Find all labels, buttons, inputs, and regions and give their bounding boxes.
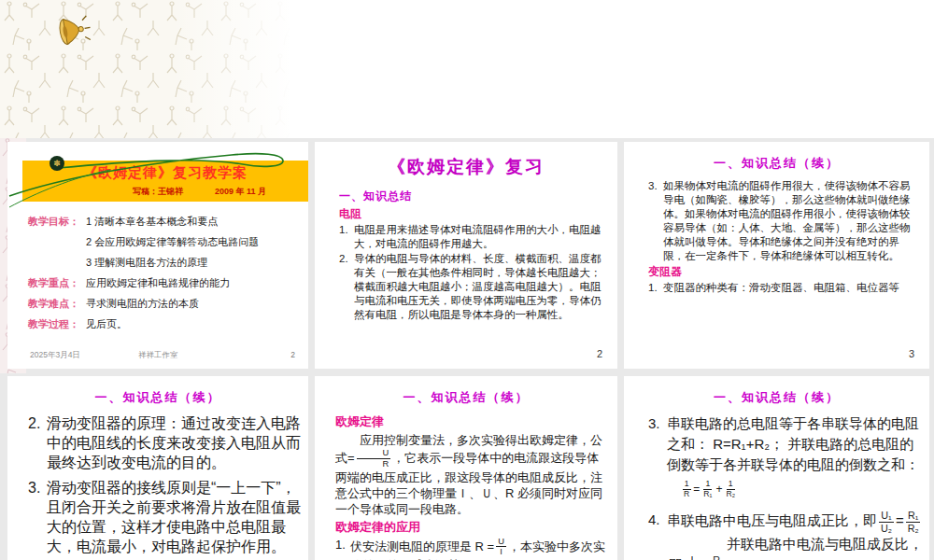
fraction-u-over-i: UI (496, 537, 506, 558)
item-text-continued: 并联电路中电流与电阻成反比， (727, 534, 924, 554)
slide-page-number: 3 (909, 348, 914, 359)
item-text: 伏安法测电阻的原理是 R =UI，本实验中多次实验的目的是减小误差。 (350, 537, 610, 560)
item-number: 4. (648, 510, 667, 560)
pattern-fade-overlay (0, 0, 310, 138)
item-text: 电阻是用来描述导体对电流阻碍作用的大小，电阻越大，对电流的阻碍作用越大。 (354, 223, 606, 251)
list-item: 1. 伏安法测电阻的原理是 R =UI，本实验中多次实验的目的是减小误差。 (335, 537, 610, 560)
ohms-law-paragraph: 应用控制变量法，多次实验得出欧姆定律，公式=UR，它表示一段导体中的电流跟这段导… (335, 432, 608, 517)
item-number: 3. (648, 179, 663, 263)
slide-5-thumbnail: 一、知识总结（续） 欧姆定律 应用控制变量法，多次实验得出欧姆定律，公式=UR，… (315, 376, 617, 560)
outline-label: 教学过程： (28, 314, 86, 334)
top-decor-band (0, 0, 934, 138)
item-text: 变阻器的种类有：滑动变阻器、电阻箱、电位器等 (663, 281, 918, 295)
slide-page-number: 2 (597, 348, 602, 359)
list-item: 2. 滑动变阻器的原理：通过改变连入电路中的电阻线的长度来改变接入电阻从而最终达… (28, 413, 301, 472)
slide-title: 一、知识总结（续） (631, 389, 922, 406)
footer-date: 2025年3月4日 (30, 350, 80, 361)
outline-line: 应用欧姆定律和电路规律的能力 (86, 273, 230, 293)
doodle-pattern-background (0, 0, 310, 138)
topic-heading: 电阻 (339, 206, 617, 222)
slide-title: 一、知识总结（续） (631, 155, 922, 172)
outline-line: 2 会应用欧姆定律等解答动态电路问题 (86, 231, 259, 252)
outline-label: 教学重点： (28, 273, 86, 293)
outline-row: 教学目标： 1 清晰本章各基本概念和要点 2 会应用欧姆定律等解答动态电路问题 … (28, 211, 301, 273)
outline-line: 寻求测电阻的方法的本质 (86, 293, 199, 314)
resistance-ratio-fraction: R₁R₂ (906, 510, 921, 534)
byline-date: 2009 年 11 月 (215, 186, 266, 198)
item-number: 2. (339, 252, 354, 322)
footer-studio: 祥祥工作室 (138, 350, 178, 361)
item-number: 1. (648, 281, 663, 295)
outline-label: 教学目标： (28, 211, 86, 231)
item-number: 1. (339, 223, 354, 251)
topic-heading: 欧姆定律的应用 (335, 519, 617, 536)
item-text: 串联电路中电压与电阻成正比，即U₁U₂=R₁R₂ 并联电路中电流与电阻成反比， … (667, 510, 924, 560)
list-item: 1. 变阻器的种类有：滑动变阻器、电阻箱、电位器等 (648, 281, 918, 295)
list-item: 3. 滑动变阻器的接线原则是“一上一下”，且闭合开关之前要求将滑片放在阻值最大的… (28, 478, 301, 556)
section-heading: 一、知识总结 (339, 189, 617, 204)
medallion-ornament-icon: ✽ (50, 156, 64, 171)
outline-line: 3 理解测电阻各方法的原理 (86, 252, 259, 273)
outline-row: 教学难点： 寻求测电阻的方法的本质 (28, 293, 301, 314)
outline-row: 教学重点： 应用欧姆定律和电路规律的能力 (28, 273, 301, 293)
current-ratio-line: 即 I₁I₂=R₂R₁ (669, 554, 924, 560)
list-item: 3. 串联电路的总电阻等于各串联导体的电阻之和： R=R₁+R₂； 并联电路的总… (648, 413, 924, 509)
outline-row: 教学过程： 见后页。 (28, 314, 301, 334)
lesson-plan-outline: 教学目标： 1 清晰本章各基本概念和要点 2 会应用欧姆定律等解答动态电路问题 … (28, 211, 301, 334)
slide-2-thumbnail: 《欧姆定律》复习 一、知识总结 电阻 1. 电阻是用来描述导体对电流阻碍作用的大… (315, 142, 617, 369)
item-number: 3. (28, 478, 47, 556)
slide-title: 一、知识总结（续） (322, 389, 610, 406)
outline-label: 教学难点： (28, 293, 86, 314)
slide-footer: 2025年3月4日 祥祥工作室 2 (7, 350, 308, 363)
list-item: 4. 串联电路中电压与电阻成正比，即U₁U₂=R₁R₂ 并联电路中电流与电阻成反… (648, 510, 924, 560)
topic-heading: 欧姆定律 (335, 413, 617, 430)
parallel-resistance-formula: 1R=1R₁+1R₂ (680, 479, 924, 499)
current-ratio-fraction: I₁I₂ (688, 554, 699, 560)
list-item: 1. 电阻是用来描述导体对电流阻碍作用的大小，电阻越大，对电流的阻碍作用越大。 (339, 223, 606, 251)
item-text: 滑动变阻器的接线原则是“一上一下”，且闭合开关之前要求将滑片放在阻值最大的位置，… (47, 478, 301, 556)
outline-line: 1 清晰本章各基本概念和要点 (86, 211, 259, 231)
item-text: 串联电路的总电阻等于各串联导体的电阻之和： R=R₁+R₂； 并联电路的总电阻的… (667, 413, 924, 509)
item-number: 3. (648, 413, 667, 509)
item-text: 滑动变阻器的原理：通过改变连入电路中的电阻线的长度来改变接入电阻从而最终达到改变… (47, 413, 301, 472)
speaker-horn-icon[interactable] (54, 11, 92, 54)
presentation-title: 《欧姆定律》复习教学案 (22, 164, 308, 182)
slide-6-thumbnail: 一、知识总结（续） 3. 串联电路的总电阻等于各串联导体的电阻之和： R=R₁+… (624, 376, 929, 560)
slide-3-thumbnail: 一、知识总结（续） 3. 如果物体对电流的阻碍作用很大，使得该物体不容易导电（如… (624, 142, 929, 369)
fraction-u-over-r: UR (357, 448, 391, 469)
item-number: 2. (28, 413, 47, 472)
outline-line: 见后页。 (86, 314, 127, 334)
slide-4-thumbnail: 一、知识总结（续） 2. 滑动变阻器的原理：通过改变连入电路中的电阻线的长度来改… (7, 376, 308, 560)
voltage-ratio-fraction: U₁U₂ (879, 510, 894, 534)
list-item: 3. 如果物体对电流的阻碍作用很大，使得该物体不容易导电（如陶瓷、橡胶等），那么… (648, 179, 918, 263)
slide-title: 《欧姆定律》复习 (322, 155, 610, 179)
item-text: 导体的电阻与导体的材料、长度、横截面积、温度都有关（一般在其他条件相同时，导体越… (354, 252, 606, 322)
slide-1-thumbnail: 《欧姆定律》复习教学案 写稿：王锦祥 2009 年 11 月 ✽ 教学目标： 1… (7, 142, 308, 369)
resistance-ratio-fraction-2: R₂R₁ (711, 554, 726, 560)
item-number: 1. (335, 537, 350, 560)
list-item: 2. 导体的电阻与导体的材料、长度、横截面积、温度都有关（一般在其他条件相同时，… (339, 252, 606, 322)
item-text: 如果物体对电流的阻碍作用很大，使得该物体不容易导电（如陶瓷、橡胶等），那么这些物… (663, 179, 918, 263)
topic-heading: 变阻器 (648, 264, 929, 280)
presentation-handout-page: { "decor": { "speaker_icon": "speaker-ho… (0, 0, 934, 560)
author-byline: 写稿：王锦祥 (133, 186, 183, 198)
title-banner: 《欧姆定律》复习教学案 写稿：王锦祥 2009 年 11 月 (22, 161, 308, 202)
slide-title: 一、知识总结（续） (15, 389, 301, 406)
footer-page-number: 2 (290, 350, 295, 359)
